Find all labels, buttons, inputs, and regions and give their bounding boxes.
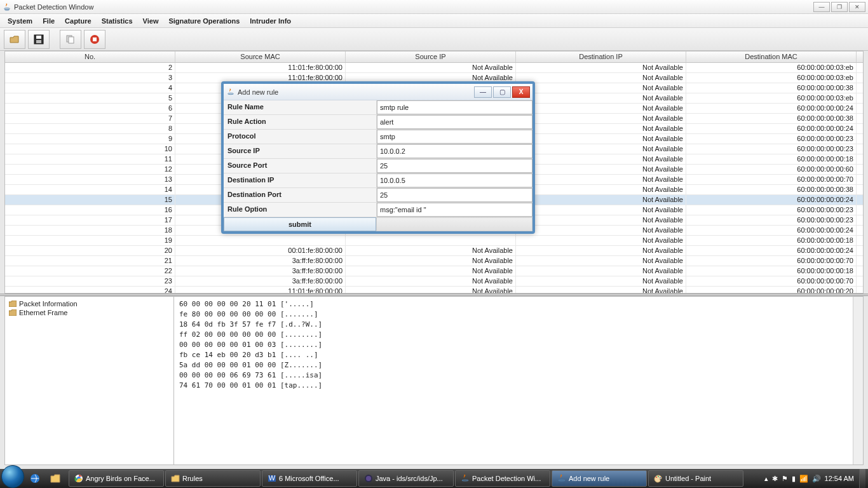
svg-point-17: [462, 480, 468, 481]
chrome-icon: [74, 474, 83, 483]
hex-pane[interactable]: 60 00 00 00 00 20 11 01 ['.....] fe 80 0…: [174, 297, 853, 464]
cell: 3a:ff:fe:80:00:00: [175, 276, 346, 286]
java-icon: [3, 3, 11, 11]
folder-icon: [9, 301, 17, 307]
tray-up-icon[interactable]: ▴: [764, 475, 768, 483]
menu-system[interactable]: System: [3, 15, 37, 27]
col-destination-ip[interactable]: Destination IP: [516, 51, 686, 62]
menu-view[interactable]: View: [138, 15, 164, 27]
start-button[interactable]: [1, 465, 24, 488]
taskbar-item[interactable]: Untitled - Paint: [648, 470, 743, 487]
window-titlebar: Packet Detection Window — ❐ ✕: [0, 0, 868, 14]
svg-point-19: [656, 477, 657, 478]
dialog-close-button[interactable]: X: [512, 86, 530, 98]
cell: 23: [5, 276, 175, 286]
cell: 8: [5, 124, 175, 133]
open-button[interactable]: [4, 30, 25, 49]
svg-rect-6: [69, 37, 74, 43]
table-row[interactable]: 19Not Available60:00:00:00:00:18: [5, 236, 863, 246]
rule-option-input[interactable]: [377, 203, 532, 217]
cell: Not Available: [516, 256, 686, 266]
cell: Not Available: [516, 124, 686, 133]
table-row[interactable]: 2000:01:fe:80:00:00Not AvailableNot Avai…: [5, 246, 863, 256]
cell: 3a:ff:fe:80:00:00: [175, 266, 346, 276]
source-ip-input[interactable]: [377, 144, 532, 158]
cell: 21: [5, 256, 175, 266]
maximize-button[interactable]: ❐: [831, 2, 848, 12]
system-tray[interactable]: ▴ ✱ ⚑ ▮ 📶 🔊 12:54 AM: [764, 475, 858, 483]
action-center-icon[interactable]: ⚑: [782, 475, 788, 483]
tree-ethernet-frame[interactable]: Ethernet Frame: [8, 308, 171, 317]
svg-rect-3: [36, 36, 41, 39]
minimize-button[interactable]: —: [813, 2, 830, 12]
cell: 20: [5, 246, 175, 255]
cell: 60:00:00:00:00:70: [686, 175, 857, 184]
stop-capture-button[interactable]: [84, 30, 105, 49]
taskbar-item[interactable]: Angry Birds on Face...: [69, 470, 164, 487]
taskbar-item[interactable]: W6 Microsoft Office...: [262, 470, 357, 487]
network-icon[interactable]: 📶: [799, 475, 808, 483]
copy-button[interactable]: [60, 30, 81, 49]
svg-point-21: [660, 477, 661, 478]
battery-icon[interactable]: ▮: [792, 475, 796, 483]
tree-packet-info[interactable]: Packet Information: [8, 299, 171, 308]
cell: Not Available: [516, 226, 686, 235]
clock[interactable]: 12:54 AM: [825, 475, 854, 482]
taskbar-item[interactable]: Add new rule: [552, 470, 647, 487]
col-source-mac[interactable]: Source MAC: [175, 51, 346, 62]
cell: 3: [5, 73, 175, 83]
menu-capture[interactable]: Capture: [60, 15, 97, 27]
cell: Not Available: [516, 134, 686, 144]
cell: 60:00:00:00:00:24: [686, 104, 857, 113]
table-row[interactable]: 211:01:fe:80:00:00Not AvailableNot Avail…: [5, 63, 863, 73]
protocol-input[interactable]: [377, 130, 532, 144]
table-row[interactable]: 213a:ff:fe:80:00:00Not AvailableNot Avai…: [5, 256, 863, 266]
pinned-ie[interactable]: [25, 470, 44, 487]
dest-port-input[interactable]: [377, 188, 532, 202]
col-destination-mac[interactable]: Destination MAC: [686, 51, 857, 62]
close-button[interactable]: ✕: [849, 2, 865, 12]
taskbar-item[interactable]: Rrules: [165, 470, 261, 487]
menu-statistics[interactable]: Statistics: [97, 15, 138, 27]
menu-intruder-info[interactable]: Intruder Info: [245, 15, 296, 27]
source-port-input[interactable]: [377, 159, 532, 173]
dialog-titlebar[interactable]: Add new rule — ▢ X: [224, 84, 532, 100]
table-row[interactable]: 2411:01:fe:80:00:00Not AvailableNot Avai…: [5, 287, 863, 293]
cell: 5: [5, 93, 175, 103]
rule-name-input[interactable]: [377, 100, 532, 114]
volume-icon[interactable]: 🔊: [812, 475, 821, 483]
cell: 60:00:00:00:03:eb: [686, 63, 857, 72]
cell: 6: [5, 104, 175, 113]
detail-pane: Packet Information Ethernet Frame 60 00 …: [4, 296, 864, 465]
taskbar-item[interactable]: Packet Detection Wi...: [455, 470, 550, 487]
scrollbar[interactable]: [853, 297, 863, 464]
menu-file[interactable]: File: [37, 15, 60, 27]
cell: Not Available: [516, 144, 686, 154]
word-icon: W: [268, 474, 276, 483]
dialog-maximize-button[interactable]: ▢: [493, 86, 511, 98]
cell: 15: [5, 195, 175, 205]
submit-button[interactable]: submit: [224, 217, 376, 231]
bluetooth-icon[interactable]: ✱: [772, 475, 778, 483]
svg-rect-4: [36, 40, 41, 43]
col-source-ip[interactable]: Source IP: [346, 51, 516, 62]
cell: Not Available: [516, 175, 686, 184]
taskbar-label: Add new rule: [569, 475, 609, 482]
cell: 60:00:00:00:00:23: [686, 134, 857, 144]
rule-action-label: Rule Action: [224, 115, 376, 129]
col-no[interactable]: No.: [5, 51, 175, 62]
menu-signature-ops[interactable]: Signature Operations: [163, 15, 245, 27]
cell: Not Available: [516, 205, 686, 215]
show-desktop-button[interactable]: [859, 469, 865, 488]
dialog-minimize-button[interactable]: —: [474, 86, 492, 98]
cell: 22: [5, 266, 175, 276]
pinned-explorer[interactable]: [46, 470, 65, 487]
dest-ip-input[interactable]: [377, 173, 532, 187]
cell: Not Available: [346, 266, 516, 276]
rule-action-input[interactable]: [377, 115, 532, 129]
cell: Not Available: [516, 114, 686, 123]
save-button[interactable]: [28, 30, 50, 49]
taskbar-item[interactable]: Java - ids/src/ids/Jp...: [358, 470, 454, 487]
table-row[interactable]: 223a:ff:fe:80:00:00Not AvailableNot Avai…: [5, 266, 863, 276]
table-row[interactable]: 233a:ff:fe:80:00:00Not AvailableNot Avai…: [5, 276, 863, 287]
